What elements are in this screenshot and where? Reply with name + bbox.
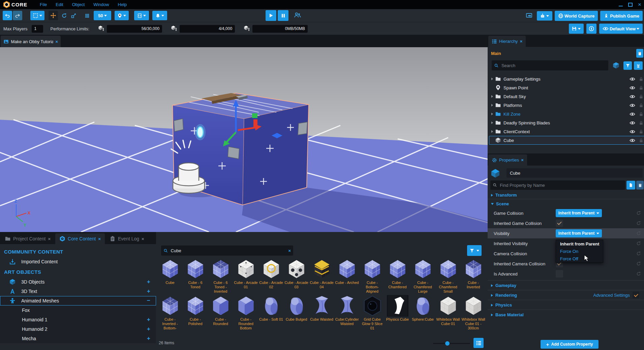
scene-tab[interactable]: Make an Obby Tutorial × [1, 36, 61, 47]
test-bot-dropdown[interactable] [537, 11, 552, 21]
content-tab[interactable]: Event Log × [105, 233, 148, 244]
expand-toggle-icon[interactable]: + [146, 335, 151, 342]
expand-arrow-icon[interactable] [491, 130, 493, 133]
select-tool-button[interactable] [30, 11, 44, 20]
close-icon[interactable]: × [521, 157, 524, 163]
sidebar-item[interactable]: 3D Objects + [0, 277, 156, 287]
visibility-eye-icon[interactable] [630, 85, 635, 91]
tab-hierarchy[interactable]: Hierarchy × [488, 36, 526, 47]
lock-icon[interactable] [639, 77, 644, 82]
content-item[interactable]: Cube - Polished [183, 295, 208, 330]
grid-snap-button[interactable] [82, 11, 92, 20]
close-icon[interactable]: × [520, 39, 523, 44]
event-dropdown[interactable] [152, 11, 167, 20]
content-item[interactable]: Cube - Rounded [208, 295, 233, 330]
advanced-settings-checkbox[interactable] [633, 292, 639, 298]
property-dropdown[interactable]: Inherit from Parent [556, 229, 602, 237]
sidebar-item[interactable]: Humanoid 1 + [0, 315, 156, 324]
content-item[interactable]: Cube:Cylinder Waisted [334, 295, 360, 330]
viewport[interactable]: Z X Y [0, 47, 488, 232]
spawn-point-dropdown[interactable] [115, 11, 129, 20]
content-item[interactable]: Cube - Arcade 02 [258, 258, 284, 294]
sidebar-item[interactable]: Mecha + [0, 334, 156, 343]
hierarchy-row[interactable]: Kill Zone [489, 110, 644, 118]
hierarchy-filter-button[interactable] [623, 61, 632, 70]
content-item[interactable]: Cube - Rounded Bottom [233, 295, 258, 330]
hierarchy-row[interactable]: Deadly Spinning Blades [489, 118, 644, 127]
hierarchy-row[interactable]: Spawn Point [489, 83, 644, 92]
content-tab[interactable]: Core Content × [55, 233, 105, 244]
content-item[interactable]: Cube - Arcade 01 [233, 258, 258, 294]
expand-toggle-icon[interactable]: + [146, 316, 151, 323]
sidebar-item[interactable]: Humanoid 2 + [0, 324, 156, 334]
close-icon[interactable]: × [55, 39, 58, 44]
undo-button[interactable] [3, 11, 12, 20]
advanced-settings-link[interactable]: Advanced Settings [593, 293, 630, 298]
content-filter-button[interactable] [467, 245, 482, 256]
visibility-eye-icon[interactable] [630, 138, 635, 143]
grid-view-button[interactable] [473, 338, 484, 348]
close-icon[interactable]: × [48, 236, 51, 241]
script-dropdown[interactable] [134, 11, 149, 20]
content-item[interactable]: Cube - 6 Toned [183, 258, 208, 294]
move-tool-button[interactable] [49, 11, 58, 20]
close-icon[interactable]: × [142, 236, 144, 241]
publish-game-button[interactable]: Publish Game [600, 11, 643, 21]
lock-icon[interactable] [639, 103, 644, 108]
tab-properties[interactable]: Properties × [488, 154, 527, 166]
property-checkbox[interactable] [556, 270, 563, 278]
reset-property-icon[interactable] [636, 231, 641, 236]
sidebar-item[interactable]: Imported Content [0, 257, 156, 266]
content-item[interactable]: Cube - Arcade 03 [284, 258, 309, 294]
content-search-input[interactable] [170, 248, 286, 254]
expand-arrow-icon[interactable] [491, 113, 493, 115]
menu-item[interactable]: Edit [56, 2, 63, 7]
focus-view-button[interactable] [586, 24, 596, 34]
expand-arrow-icon[interactable] [491, 78, 493, 80]
visibility-eye-icon[interactable] [630, 129, 635, 135]
max-players-input[interactable]: 1 [32, 25, 43, 33]
reset-property-icon[interactable] [636, 251, 641, 256]
pause-button[interactable] [278, 10, 288, 21]
default-view-dropdown[interactable]: Default View [599, 24, 643, 34]
hierarchy-row[interactable]: Platforms [489, 101, 644, 110]
expand-toggle-icon[interactable]: − [146, 297, 151, 304]
screen-share-icon[interactable] [526, 12, 532, 20]
restore-icon[interactable] [628, 3, 633, 7]
hierarchy-row[interactable]: Default Sky [489, 92, 644, 101]
lock-icon[interactable] [639, 129, 644, 134]
slider-knob[interactable] [445, 341, 450, 346]
network-debug-icon[interactable] [612, 62, 620, 70]
content-item[interactable]: Physics Cube [385, 295, 410, 330]
hierarchy-search-input[interactable] [501, 63, 606, 68]
hierarchy-search[interactable] [492, 60, 608, 70]
reset-property-icon[interactable] [636, 261, 641, 266]
reset-property-icon[interactable] [636, 221, 641, 226]
content-item[interactable]: Cube - Soft 01 [258, 295, 284, 330]
redo-button[interactable] [13, 11, 22, 20]
content-item[interactable]: Whitebox Wall Cube 01 - 300cm [461, 295, 486, 330]
content-item[interactable]: Cube - Arcade 04 [309, 258, 334, 294]
property-search-input[interactable] [499, 182, 623, 188]
lock-icon[interactable] [639, 112, 644, 117]
collapse-all-button[interactable] [634, 61, 643, 70]
add-custom-property-button[interactable]: +Add Custom Property [541, 340, 599, 349]
content-item[interactable]: Grid Cube Glow 9 Slice 01 [360, 295, 385, 330]
section-scene[interactable]: Scene [491, 201, 509, 206]
content-item[interactable]: Cube - Chamfered [385, 258, 410, 294]
menu-item[interactable]: File [40, 2, 47, 7]
content-item[interactable]: Cube - Bottom-Aligned [360, 258, 385, 294]
paste-properties-button[interactable] [636, 181, 644, 189]
play-button[interactable] [266, 10, 276, 21]
menu-item[interactable]: Window [93, 2, 109, 7]
visibility-eye-icon[interactable] [630, 94, 635, 99]
world-capture-button[interactable]: World Capture [555, 11, 598, 21]
dropdown-menu-item[interactable]: Force Off [556, 255, 603, 262]
property-checkbox[interactable] [556, 220, 563, 227]
content-item[interactable]: Sphere:Cube [410, 295, 435, 330]
hierarchy-row[interactable]: ClientContext [489, 127, 644, 136]
minimize-icon[interactable] [619, 3, 623, 6]
visibility-eye-icon[interactable] [630, 76, 635, 82]
content-item[interactable]: Cube - Arched [334, 258, 360, 294]
clear-search-icon[interactable]: × [288, 248, 291, 253]
